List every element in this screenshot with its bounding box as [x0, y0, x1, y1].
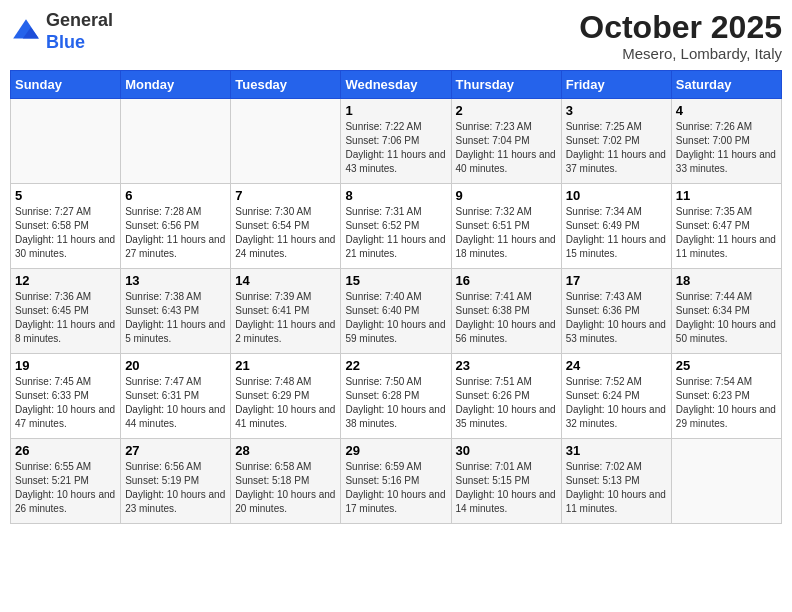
day-info: Sunrise: 6:56 AMSunset: 5:19 PMDaylight:… — [125, 460, 226, 516]
calendar-cell: 12Sunrise: 7:36 AMSunset: 6:45 PMDayligh… — [11, 269, 121, 354]
calendar-header-row: SundayMondayTuesdayWednesdayThursdayFrid… — [11, 71, 782, 99]
day-info: Sunrise: 7:52 AMSunset: 6:24 PMDaylight:… — [566, 375, 667, 431]
day-number: 27 — [125, 443, 226, 458]
day-number: 22 — [345, 358, 446, 373]
location: Mesero, Lombardy, Italy — [579, 45, 782, 62]
day-info: Sunrise: 7:28 AMSunset: 6:56 PMDaylight:… — [125, 205, 226, 261]
calendar-cell: 26Sunrise: 6:55 AMSunset: 5:21 PMDayligh… — [11, 439, 121, 524]
day-number: 15 — [345, 273, 446, 288]
calendar-cell: 3Sunrise: 7:25 AMSunset: 7:02 PMDaylight… — [561, 99, 671, 184]
day-number: 23 — [456, 358, 557, 373]
logo-general: General — [46, 10, 113, 30]
day-info: Sunrise: 7:50 AMSunset: 6:28 PMDaylight:… — [345, 375, 446, 431]
day-number: 9 — [456, 188, 557, 203]
day-info: Sunrise: 6:58 AMSunset: 5:18 PMDaylight:… — [235, 460, 336, 516]
title-block: October 2025 Mesero, Lombardy, Italy — [579, 10, 782, 62]
day-info: Sunrise: 7:51 AMSunset: 6:26 PMDaylight:… — [456, 375, 557, 431]
day-number: 30 — [456, 443, 557, 458]
day-header-sunday: Sunday — [11, 71, 121, 99]
day-info: Sunrise: 7:39 AMSunset: 6:41 PMDaylight:… — [235, 290, 336, 346]
calendar-cell: 24Sunrise: 7:52 AMSunset: 6:24 PMDayligh… — [561, 354, 671, 439]
calendar-cell — [671, 439, 781, 524]
calendar-cell: 31Sunrise: 7:02 AMSunset: 5:13 PMDayligh… — [561, 439, 671, 524]
calendar-cell: 29Sunrise: 6:59 AMSunset: 5:16 PMDayligh… — [341, 439, 451, 524]
week-row-5: 26Sunrise: 6:55 AMSunset: 5:21 PMDayligh… — [11, 439, 782, 524]
calendar-cell: 5Sunrise: 7:27 AMSunset: 6:58 PMDaylight… — [11, 184, 121, 269]
day-header-friday: Friday — [561, 71, 671, 99]
calendar-cell: 11Sunrise: 7:35 AMSunset: 6:47 PMDayligh… — [671, 184, 781, 269]
calendar-cell: 18Sunrise: 7:44 AMSunset: 6:34 PMDayligh… — [671, 269, 781, 354]
calendar-cell: 4Sunrise: 7:26 AMSunset: 7:00 PMDaylight… — [671, 99, 781, 184]
day-header-saturday: Saturday — [671, 71, 781, 99]
day-number: 5 — [15, 188, 116, 203]
week-row-2: 5Sunrise: 7:27 AMSunset: 6:58 PMDaylight… — [11, 184, 782, 269]
month-title: October 2025 — [579, 10, 782, 45]
day-number: 14 — [235, 273, 336, 288]
day-info: Sunrise: 7:43 AMSunset: 6:36 PMDaylight:… — [566, 290, 667, 346]
calendar-cell: 21Sunrise: 7:48 AMSunset: 6:29 PMDayligh… — [231, 354, 341, 439]
calendar-cell — [11, 99, 121, 184]
day-info: Sunrise: 7:48 AMSunset: 6:29 PMDaylight:… — [235, 375, 336, 431]
logo-blue: Blue — [46, 32, 85, 52]
calendar-cell: 25Sunrise: 7:54 AMSunset: 6:23 PMDayligh… — [671, 354, 781, 439]
day-header-thursday: Thursday — [451, 71, 561, 99]
day-number: 31 — [566, 443, 667, 458]
calendar-cell: 10Sunrise: 7:34 AMSunset: 6:49 PMDayligh… — [561, 184, 671, 269]
day-header-tuesday: Tuesday — [231, 71, 341, 99]
day-info: Sunrise: 7:01 AMSunset: 5:15 PMDaylight:… — [456, 460, 557, 516]
week-row-3: 12Sunrise: 7:36 AMSunset: 6:45 PMDayligh… — [11, 269, 782, 354]
day-number: 7 — [235, 188, 336, 203]
day-number: 8 — [345, 188, 446, 203]
day-header-wednesday: Wednesday — [341, 71, 451, 99]
calendar-cell: 13Sunrise: 7:38 AMSunset: 6:43 PMDayligh… — [121, 269, 231, 354]
day-info: Sunrise: 7:23 AMSunset: 7:04 PMDaylight:… — [456, 120, 557, 176]
day-number: 13 — [125, 273, 226, 288]
day-number: 20 — [125, 358, 226, 373]
calendar-cell: 23Sunrise: 7:51 AMSunset: 6:26 PMDayligh… — [451, 354, 561, 439]
day-number: 25 — [676, 358, 777, 373]
logo: General Blue — [10, 10, 113, 53]
calendar-cell: 15Sunrise: 7:40 AMSunset: 6:40 PMDayligh… — [341, 269, 451, 354]
day-info: Sunrise: 7:25 AMSunset: 7:02 PMDaylight:… — [566, 120, 667, 176]
calendar-cell: 9Sunrise: 7:32 AMSunset: 6:51 PMDaylight… — [451, 184, 561, 269]
day-info: Sunrise: 7:32 AMSunset: 6:51 PMDaylight:… — [456, 205, 557, 261]
day-info: Sunrise: 7:30 AMSunset: 6:54 PMDaylight:… — [235, 205, 336, 261]
day-number: 17 — [566, 273, 667, 288]
calendar-cell: 19Sunrise: 7:45 AMSunset: 6:33 PMDayligh… — [11, 354, 121, 439]
calendar-cell: 2Sunrise: 7:23 AMSunset: 7:04 PMDaylight… — [451, 99, 561, 184]
day-info: Sunrise: 7:27 AMSunset: 6:58 PMDaylight:… — [15, 205, 116, 261]
day-info: Sunrise: 7:45 AMSunset: 6:33 PMDaylight:… — [15, 375, 116, 431]
day-number: 21 — [235, 358, 336, 373]
calendar-cell: 28Sunrise: 6:58 AMSunset: 5:18 PMDayligh… — [231, 439, 341, 524]
logo-text: General Blue — [46, 10, 113, 53]
day-number: 2 — [456, 103, 557, 118]
calendar-cell: 27Sunrise: 6:56 AMSunset: 5:19 PMDayligh… — [121, 439, 231, 524]
day-number: 18 — [676, 273, 777, 288]
calendar-cell: 16Sunrise: 7:41 AMSunset: 6:38 PMDayligh… — [451, 269, 561, 354]
calendar-cell: 1Sunrise: 7:22 AMSunset: 7:06 PMDaylight… — [341, 99, 451, 184]
calendar-cell: 17Sunrise: 7:43 AMSunset: 6:36 PMDayligh… — [561, 269, 671, 354]
day-info: Sunrise: 7:38 AMSunset: 6:43 PMDaylight:… — [125, 290, 226, 346]
page-header: General Blue October 2025 Mesero, Lombar… — [10, 10, 782, 62]
day-info: Sunrise: 7:31 AMSunset: 6:52 PMDaylight:… — [345, 205, 446, 261]
day-number: 10 — [566, 188, 667, 203]
day-number: 28 — [235, 443, 336, 458]
calendar-cell: 30Sunrise: 7:01 AMSunset: 5:15 PMDayligh… — [451, 439, 561, 524]
day-info: Sunrise: 7:22 AMSunset: 7:06 PMDaylight:… — [345, 120, 446, 176]
day-number: 3 — [566, 103, 667, 118]
day-info: Sunrise: 7:02 AMSunset: 5:13 PMDaylight:… — [566, 460, 667, 516]
calendar-cell — [121, 99, 231, 184]
day-number: 24 — [566, 358, 667, 373]
calendar-cell — [231, 99, 341, 184]
week-row-1: 1Sunrise: 7:22 AMSunset: 7:06 PMDaylight… — [11, 99, 782, 184]
day-number: 16 — [456, 273, 557, 288]
day-info: Sunrise: 7:36 AMSunset: 6:45 PMDaylight:… — [15, 290, 116, 346]
day-number: 6 — [125, 188, 226, 203]
day-number: 19 — [15, 358, 116, 373]
calendar-cell: 6Sunrise: 7:28 AMSunset: 6:56 PMDaylight… — [121, 184, 231, 269]
day-number: 11 — [676, 188, 777, 203]
day-info: Sunrise: 7:35 AMSunset: 6:47 PMDaylight:… — [676, 205, 777, 261]
day-info: Sunrise: 6:55 AMSunset: 5:21 PMDaylight:… — [15, 460, 116, 516]
day-info: Sunrise: 7:34 AMSunset: 6:49 PMDaylight:… — [566, 205, 667, 261]
calendar-cell: 8Sunrise: 7:31 AMSunset: 6:52 PMDaylight… — [341, 184, 451, 269]
